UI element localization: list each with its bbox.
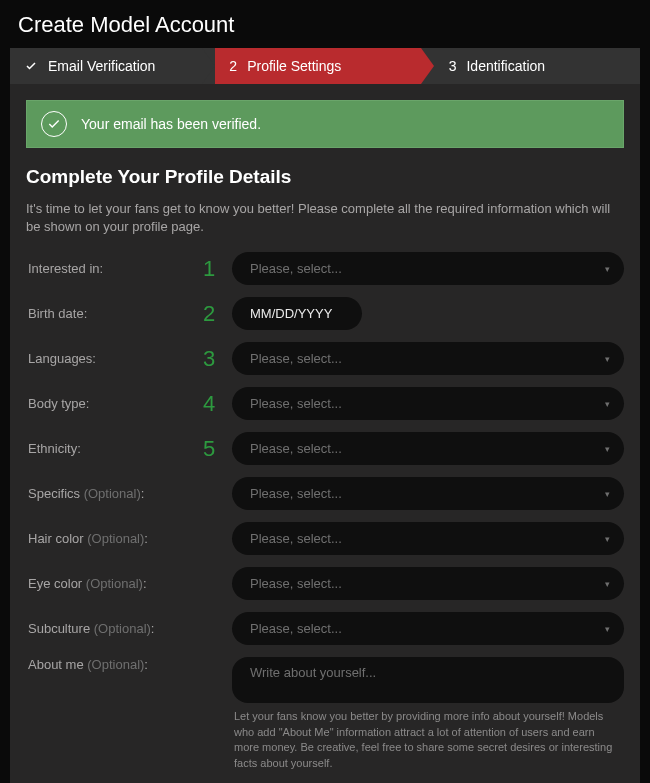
select-placeholder: Please, select... bbox=[250, 441, 342, 456]
select-placeholder: Please, select... bbox=[250, 531, 342, 546]
step-label: Profile Settings bbox=[247, 58, 341, 74]
chevron-down-icon: ▾ bbox=[605, 579, 610, 589]
section-title: Complete Your Profile Details bbox=[26, 166, 624, 188]
row-languages: Languages: 3 Please, select... ▾ bbox=[26, 342, 624, 375]
label-birth: Birth date: bbox=[26, 306, 196, 321]
label-interested: Interested in: bbox=[26, 261, 196, 276]
step-identification[interactable]: 3 Identification bbox=[421, 48, 640, 84]
chevron-down-icon: ▾ bbox=[605, 534, 610, 544]
select-placeholder: Please, select... bbox=[250, 486, 342, 501]
row-about: About me (Optional): Write about yoursel… bbox=[26, 657, 624, 771]
interested-select[interactable]: Please, select... ▾ bbox=[232, 252, 624, 285]
step-label: Identification bbox=[466, 58, 545, 74]
label-specifics: Specifics (Optional): bbox=[26, 486, 196, 501]
languages-select[interactable]: Please, select... ▾ bbox=[232, 342, 624, 375]
step-number: 3 bbox=[449, 58, 457, 74]
select-placeholder: Please, select... bbox=[250, 576, 342, 591]
row-subculture: Subculture (Optional): Please, select...… bbox=[26, 612, 624, 645]
specifics-select[interactable]: Please, select... ▾ bbox=[232, 477, 624, 510]
chevron-down-icon: ▾ bbox=[605, 624, 610, 634]
row-specifics: Specifics (Optional): Please, select... … bbox=[26, 477, 624, 510]
subculture-select[interactable]: Please, select... ▾ bbox=[232, 612, 624, 645]
select-placeholder: Please, select... bbox=[250, 261, 342, 276]
label-eye-color: Eye color (Optional): bbox=[26, 576, 196, 591]
inner-panel: Email Verification 2 Profile Settings 3 … bbox=[10, 48, 640, 783]
row-birth: Birth date: 2 MM/DD/YYYY bbox=[26, 297, 624, 330]
row-number: 4 bbox=[196, 391, 222, 417]
content: Your email has been verified. Complete Y… bbox=[10, 84, 640, 771]
row-eye-color: Eye color (Optional): Please, select... … bbox=[26, 567, 624, 600]
input-placeholder: MM/DD/YYYY bbox=[250, 306, 332, 321]
about-textarea[interactable]: Write about yourself... bbox=[232, 657, 624, 703]
label-hair-color: Hair color (Optional): bbox=[26, 531, 196, 546]
step-email-verification[interactable]: Email Verification bbox=[10, 48, 215, 84]
check-icon bbox=[24, 59, 38, 73]
row-number: 1 bbox=[196, 256, 222, 282]
hair-color-select[interactable]: Please, select... ▾ bbox=[232, 522, 624, 555]
chevron-down-icon: ▾ bbox=[605, 264, 610, 274]
chevron-down-icon: ▾ bbox=[605, 489, 610, 499]
label-body-type: Body type: bbox=[26, 396, 196, 411]
label-languages: Languages: bbox=[26, 351, 196, 366]
alert-success: Your email has been verified. bbox=[26, 100, 624, 148]
row-body-type: Body type: 4 Please, select... ▾ bbox=[26, 387, 624, 420]
create-model-account-page: Create Model Account Email Verification … bbox=[0, 0, 650, 783]
row-number: 5 bbox=[196, 436, 222, 462]
select-placeholder: Please, select... bbox=[250, 351, 342, 366]
chevron-down-icon: ▾ bbox=[605, 444, 610, 454]
label-subculture: Subculture (Optional): bbox=[26, 621, 196, 636]
page-title: Create Model Account bbox=[0, 0, 650, 48]
step-number: 2 bbox=[229, 58, 237, 74]
chevron-down-icon: ▾ bbox=[605, 354, 610, 364]
stepper: Email Verification 2 Profile Settings 3 … bbox=[10, 48, 640, 84]
select-placeholder: Please, select... bbox=[250, 396, 342, 411]
chevron-down-icon: ▾ bbox=[605, 399, 610, 409]
label-about: About me (Optional): bbox=[26, 657, 196, 672]
step-profile-settings[interactable]: 2 Profile Settings bbox=[215, 48, 420, 84]
about-hint: Let your fans know you better by providi… bbox=[232, 709, 624, 771]
check-circle-icon bbox=[41, 111, 67, 137]
section-desc: It's time to let your fans get to know y… bbox=[26, 200, 624, 236]
row-number: 2 bbox=[196, 301, 222, 327]
row-hair-color: Hair color (Optional): Please, select...… bbox=[26, 522, 624, 555]
row-interested: Interested in: 1 Please, select... ▾ bbox=[26, 252, 624, 285]
row-number: 3 bbox=[196, 346, 222, 372]
body-type-select[interactable]: Please, select... ▾ bbox=[232, 387, 624, 420]
textarea-placeholder: Write about yourself... bbox=[250, 665, 376, 680]
alert-text: Your email has been verified. bbox=[81, 116, 261, 132]
select-placeholder: Please, select... bbox=[250, 621, 342, 636]
step-label: Email Verification bbox=[48, 58, 155, 74]
ethnicity-select[interactable]: Please, select... ▾ bbox=[232, 432, 624, 465]
label-ethnicity: Ethnicity: bbox=[26, 441, 196, 456]
row-ethnicity: Ethnicity: 5 Please, select... ▾ bbox=[26, 432, 624, 465]
eye-color-select[interactable]: Please, select... ▾ bbox=[232, 567, 624, 600]
birth-date-input[interactable]: MM/DD/YYYY bbox=[232, 297, 362, 330]
